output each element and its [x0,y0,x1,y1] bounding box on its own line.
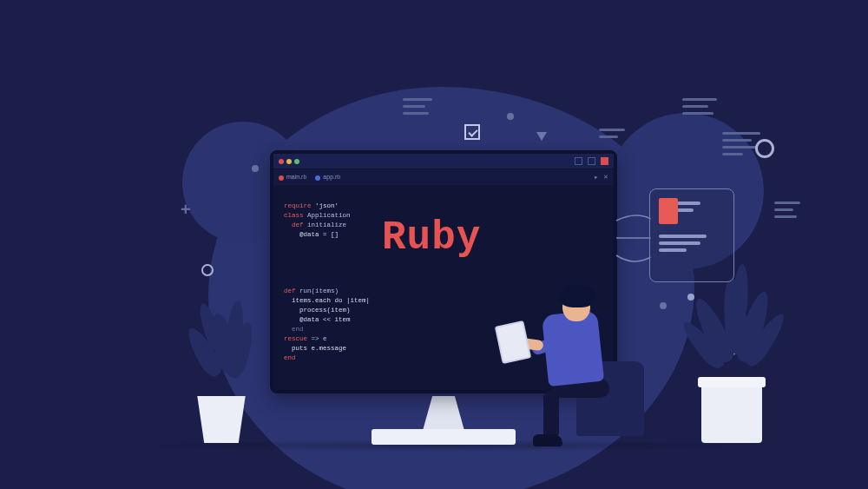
dot-icon [252,165,259,172]
brand-title: Ruby [382,234,481,243]
deco-lines-icon [403,98,432,115]
monitor-base [372,429,516,445]
plus-icon: + [181,200,191,220]
pot-right [701,382,762,443]
person-shoe [533,434,562,446]
card-text-line [659,241,700,245]
pot-left [193,396,250,443]
person-hair [559,285,595,307]
dot-icon [687,294,694,301]
tab-bar: main.rb app.rb ▸ ✕ [273,169,614,185]
deco-lines-icon [722,132,760,155]
dot-icon [660,302,667,309]
checkbox-icon [464,124,480,140]
tab-action-icon: ✕ [603,174,608,181]
deco-lines-icon [599,129,625,138]
triangle-icon [536,132,547,141]
person-illustration [512,276,642,450]
traffic-light-close-icon [279,159,284,164]
traffic-light-min-icon [286,159,292,164]
window-titlebar [273,154,614,169]
illustration-root: + + ma [0,0,868,489]
deco-lines-icon [682,98,717,115]
circle-icon [755,139,774,158]
traffic-light-max-icon [294,159,299,164]
window-minimize-icon [575,157,582,165]
person-shin [543,391,559,439]
window-close-icon [601,157,608,165]
circle-icon [201,264,214,276]
dot-icon [507,113,514,120]
tab-file: app.rb [315,174,340,180]
info-card [649,188,734,282]
tab-file: main.rb [279,174,306,180]
card-text-line [659,248,687,252]
card-text-line [659,235,707,238]
window-maximize-icon [588,157,595,165]
tab-action-icon: ▸ [595,174,598,181]
deco-lines-icon [774,202,800,218]
card-thumb-icon [659,198,678,224]
connector-lines-icon [616,212,651,264]
